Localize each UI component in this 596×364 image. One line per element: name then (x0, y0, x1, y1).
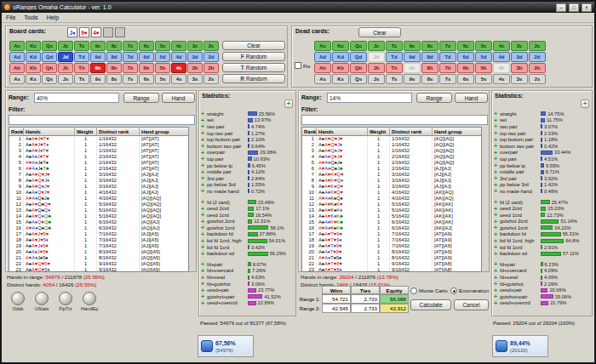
card-2c[interactable]: 2c (203, 41, 219, 51)
table-row[interactable]: 23A♠A♥T♥8♦19/16432[AT][A8] (302, 267, 481, 272)
col-rank[interactable]: Rank (302, 128, 317, 136)
card-8d[interactable]: 8d (106, 52, 122, 62)
stat-gutshot-1crd[interactable]: +gutshot 1crd34.22% (494, 225, 591, 231)
stat-no-made-hand[interactable]: +no made hand0.48% (494, 188, 591, 195)
tool-flptxt-button[interactable]: FlpTxt (56, 292, 75, 311)
stat-set[interactable]: +set13.97% (201, 117, 295, 124)
menu-tools[interactable]: Tools (24, 14, 37, 20)
table-row[interactable]: 9A♠A♥K♦Q♥13/16432[AJ][AJ] (302, 184, 481, 190)
card-Ad[interactable]: Ad (314, 52, 331, 62)
table-row[interactable]: 17A♠A♥T♥9♥17/16432[AT][A9] (302, 231, 481, 237)
stat-fd-overcard[interactable]: +fd+overcard4.09% (494, 268, 591, 275)
card-Kh[interactable]: Kh (26, 63, 41, 73)
table-row[interactable]: 21A♥A♦J♠5♠18/16432[AQ][A5] (9, 255, 188, 261)
card-3c[interactable]: 3c (511, 41, 528, 51)
menu-help[interactable]: Help (47, 14, 59, 20)
card-6c[interactable]: 6c (139, 41, 154, 51)
table-row[interactable]: 6A♥A♦Q♠J♣12/16432[AJ][AJ] (302, 166, 481, 172)
table-row[interactable]: 7A♠A♥Q♥J♥13/16432[AJ][AJ] (9, 172, 188, 178)
card-6d[interactable]: 6d (457, 52, 474, 62)
card-3s[interactable]: 3s (511, 74, 528, 84)
table-row[interactable]: 15A♠A♦K♥K♣16/16432[AK][AK] (302, 219, 481, 225)
range1-range-button[interactable]: Range (123, 93, 159, 103)
dead-clear-button[interactable]: Clear (358, 27, 401, 37)
col-hand-group[interactable]: Hand group (433, 128, 481, 136)
range2-hand-button[interactable]: Hand (455, 93, 488, 103)
card-9d[interactable]: 9d (404, 52, 421, 62)
table-row[interactable]: 20A♠A♦T♥9♥18/16432[AT][A9] (302, 249, 481, 255)
title-bar[interactable]: oRanges Omaha Calculator - ver. 1.0 – □ … (2, 2, 594, 13)
range1-table[interactable]: Rank Hands Weight Distinct rank Hand gro… (9, 127, 189, 272)
stat-pp-below-3rd[interactable]: +pp below 3rd1.42% (494, 182, 591, 189)
card-As[interactable]: As (9, 74, 25, 84)
table-row[interactable]: 7A♠A♥K♥Q♥13/16432[AJ][AJ] (302, 172, 481, 178)
stat-fd-2-card[interactable]: +fd (2 card)23.49% (201, 199, 295, 206)
cancel-button[interactable]: Cancel (454, 299, 489, 310)
card-7d[interactable]: 7d (439, 52, 456, 62)
card-9d[interactable]: 9d (90, 52, 106, 62)
card-2d[interactable]: 2d (529, 52, 546, 62)
table-row[interactable]: 2A♠A♥J♥T♦11/16432[AT][AT] (9, 142, 188, 148)
card-5h[interactable]: 5h (155, 63, 170, 73)
board-slot-2[interactable]: 9♥ (79, 27, 89, 37)
col-hands[interactable]: Hands (24, 128, 75, 136)
stat-backdoor-fd[interactable]: +backdoor fd56.31% (494, 231, 591, 238)
table-row[interactable]: 14A♠A♥Q♦Q♣15/16432[AQ][AQ] (9, 213, 188, 219)
card-9s[interactable]: 9s (404, 74, 421, 84)
card-7c[interactable]: 7c (439, 41, 456, 51)
stat-bd-fd-1crd[interactable]: +bd fd 1crd2.91% (494, 244, 591, 251)
card-6c[interactable]: 6c (457, 41, 474, 51)
col-rank[interactable]: Rank (9, 128, 24, 136)
stat-oesd-pair[interactable]: +oesd+pair23.77% (201, 287, 295, 293)
table-row[interactable]: 12A♠A♥Q♠Q♥15/16432[AQ][AQ] (9, 202, 188, 208)
stat-fd-gutshot[interactable]: +fd+gutshot2.26% (494, 281, 591, 287)
card-Kd[interactable]: Kd (26, 52, 41, 62)
board-slot-3[interactable]: 4♥ (91, 27, 101, 37)
table-row[interactable]: 20A♠A♦J♥5♥18/16432[AQ][A5] (9, 249, 188, 255)
stat-backdoor-fd[interactable]: +backdoor fd27.88% (201, 231, 295, 238)
card-9s[interactable]: 9s (90, 74, 106, 84)
stat-bd-fd-1crd-high[interactable]: +bd fd 1crd, high54.01% (201, 237, 295, 244)
card-Kh[interactable]: Kh (332, 63, 349, 73)
card-6s[interactable]: 6s (139, 74, 154, 84)
card-2c[interactable]: 2c (529, 41, 546, 51)
flop-random-button[interactable]: F Random (222, 52, 285, 61)
stat-gutshot-1crd[interactable]: +gutshot 1crd58.1% (201, 225, 295, 231)
table-row[interactable]: 8A♠A♥K♥Q♦13/16432[AJ][AJ] (302, 178, 481, 184)
col-distinct-rank[interactable]: Distinct rank (97, 128, 140, 136)
card-Qs[interactable]: Qs (350, 74, 367, 84)
stat-oesd-2crd[interactable]: +oesd 2crd15.03% (494, 205, 591, 212)
stat-oesd-overcrd[interactable]: +oesd+overcrd21.79% (494, 300, 591, 307)
range2-table[interactable]: Rank Hands Weight Distinct rank Hand gro… (301, 127, 482, 272)
stat-two-pair[interactable]: +two pair4.74% (201, 123, 295, 130)
menu-file[interactable]: File (6, 14, 15, 20)
card-4d[interactable]: 4d (171, 52, 186, 62)
card-Js[interactable]: Js (368, 74, 385, 84)
card-Ks[interactable]: Ks (26, 74, 41, 84)
table-row[interactable]: 1A♠A♥Q♥J♥11/16432[AQ][AQ] (302, 136, 481, 142)
card-3h[interactable]: 3h (187, 63, 203, 73)
table-row[interactable]: 15A♠A♦Q♥Q♣16/16432[AQ][AJ] (9, 219, 188, 225)
card-Tc[interactable]: Tc (74, 41, 89, 51)
stat-top-two-pair[interactable]: +top two pair1.27% (201, 130, 295, 137)
stat-pp-below-tp[interactable]: +pp below tp9.55% (494, 162, 591, 169)
table-row[interactable]: 5A♥A♦Q♠J♠12/16432[AQ][AQ] (302, 160, 481, 166)
stat-gutshot-2crd[interactable]: +gutshot 2crd51.14% (494, 219, 591, 225)
col-weight[interactable]: Weight (75, 128, 97, 136)
table-row[interactable]: 11A♥A♦Q♠J♠14/16432[AQ][AQ] (9, 196, 188, 202)
card-9c[interactable]: 9c (90, 41, 106, 51)
maximize-icon[interactable]: □ (569, 3, 579, 12)
card-5d[interactable]: 5d (155, 52, 170, 62)
stat-overpair[interactable]: +overpair29.38% (201, 150, 295, 156)
stat-oesd-1crd[interactable]: +oesd 1crd16.54% (201, 212, 295, 219)
card-Th[interactable]: Th (74, 63, 89, 73)
table-row[interactable]: 13A♠A♥Q♠Q♦15/16432[AQ][AQ] (9, 208, 188, 213)
stat-bottom-two-pair[interactable]: +bottom two pair0.64% (201, 143, 295, 150)
stat-top-pair[interactable]: +top pair4.51% (494, 156, 591, 162)
card-8h[interactable]: 8h (106, 63, 122, 73)
card-8d[interactable]: 8d (421, 52, 438, 62)
card-4h[interactable]: 4h (171, 63, 186, 73)
stat-oesd-pair[interactable]: +oesd+pair20.06% (494, 287, 591, 293)
board-slot-4[interactable] (103, 27, 113, 37)
card-9c[interactable]: 9c (404, 41, 421, 51)
